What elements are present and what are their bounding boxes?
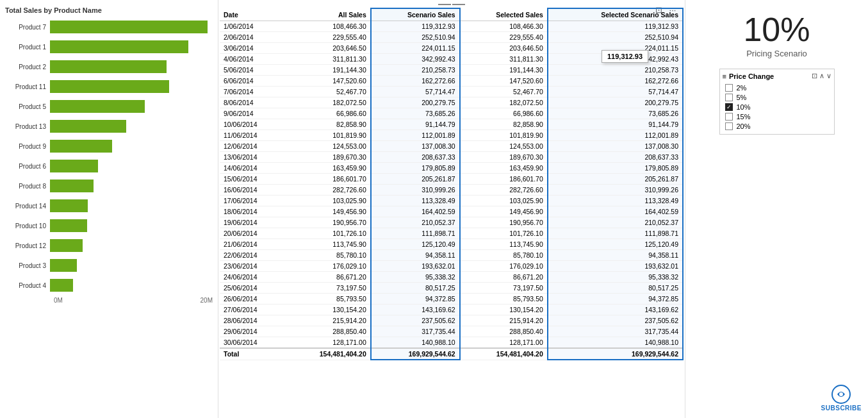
bar-track <box>50 21 213 33</box>
table-cell: 215,914.20 <box>460 315 548 326</box>
table-cell: 108,466.30 <box>460 21 548 32</box>
table-cell: 18/06/2014 <box>220 206 284 217</box>
slicer-icon-group: ⊡ ∧ ∨ <box>812 72 831 80</box>
bar-label: Product 2 <box>5 63 50 71</box>
bar-row: Product 9 <box>5 137 213 155</box>
slicer-checkbox[interactable] <box>725 84 733 92</box>
table-cell: 140,988.10 <box>371 337 460 349</box>
table-cell: 342,992.43 <box>548 54 683 65</box>
table-cell: 91,144.79 <box>548 119 683 130</box>
table-cell: 200,279.75 <box>371 97 460 108</box>
slicer-item[interactable]: 15% <box>725 113 829 121</box>
table-cell: 30/06/2014 <box>220 337 284 349</box>
table-cell: 111,898.71 <box>371 228 460 239</box>
table-row: 21/06/2014113,745.90125,120.49113,745.90… <box>220 239 683 250</box>
bar-track <box>50 160 213 172</box>
table-cell: 186,601.70 <box>284 174 371 185</box>
table-cell: 205,261.87 <box>371 174 460 185</box>
table-cell: 124,553.00 <box>284 141 371 152</box>
slicer-checkbox[interactable] <box>725 103 733 111</box>
table-row: 5/06/2014191,144.30210,258.73191,144.302… <box>220 65 683 76</box>
table-cell: 147,520.60 <box>284 76 371 87</box>
table-cell: 203,646.50 <box>284 43 371 54</box>
table-cell: 94,372.85 <box>371 294 460 305</box>
slicer-item-label: 2% <box>737 84 747 92</box>
table-cell: 164,402.59 <box>371 206 460 217</box>
table-cell: 113,745.90 <box>284 239 371 250</box>
slicer-item[interactable]: 5% <box>725 94 829 101</box>
table-cell: 182,072.50 <box>460 97 548 108</box>
table-cell: 24/06/2014 <box>220 272 284 283</box>
slicer-chevron-up-icon[interactable]: ∧ <box>819 72 824 80</box>
table-cell: 229,555.40 <box>460 32 548 43</box>
table-row: 7/06/201452,467.7057,714.4752,467.7057,7… <box>220 87 683 97</box>
table-cell: 108,466.30 <box>284 21 371 32</box>
table-cell: 94,358.11 <box>548 250 683 261</box>
table-cell: 210,052.37 <box>548 217 683 228</box>
table-row: 11/06/2014101,819.90112,001.89101,819.90… <box>220 130 683 141</box>
table-cell: 112,001.89 <box>371 130 460 141</box>
bar-label: Product 12 <box>5 242 50 249</box>
slicer-item[interactable]: 2% <box>725 84 829 92</box>
table-cell: 179,805.89 <box>371 163 460 174</box>
table-cell: 27/06/2014 <box>220 305 284 315</box>
table-cell: 1/06/2014 <box>220 21 284 32</box>
slicer-checkbox[interactable] <box>725 113 733 121</box>
bar-fill <box>50 160 98 172</box>
table-cell: 229,555.40 <box>284 32 371 43</box>
table-cell: 317,735.44 <box>371 326 460 337</box>
table-cell: 189,670.30 <box>284 152 371 163</box>
table-cell: 137,008.30 <box>548 141 683 152</box>
subscribe-icon[interactable] <box>831 384 851 405</box>
svg-point-1 <box>839 392 843 396</box>
slicer-item[interactable]: 10% <box>725 103 829 111</box>
table-cell: 113,328.49 <box>548 196 683 206</box>
table-footer-cell: 154,481,404.20 <box>284 348 371 360</box>
table-cell: 8/06/2014 <box>220 97 284 108</box>
table-scroll[interactable]: Date All Sales Scenario Sales Selected S… <box>220 8 684 360</box>
slicer-checkbox[interactable] <box>725 122 733 130</box>
bar-fill <box>50 180 94 192</box>
table-row: 10/06/201482,858.9091,144.7982,858.9091,… <box>220 119 683 130</box>
table-cell: 147,520.60 <box>460 76 548 87</box>
drag-handle[interactable] <box>438 4 465 5</box>
bar-label: Product 7 <box>5 24 50 31</box>
table-cell: 130,154.20 <box>284 305 371 315</box>
table-row: 9/06/201466,986.6073,685.2666,986.6073,6… <box>220 108 683 119</box>
bar-track <box>50 60 213 73</box>
table-cell: 66,986.60 <box>284 108 371 119</box>
table-row: 24/06/201486,671.2095,338.3286,671.2095,… <box>220 272 683 283</box>
bar-label: Product 1 <box>5 44 50 51</box>
table-cell: 101,726.10 <box>460 228 548 239</box>
table-row: 19/06/2014190,956.70210,052.37190,956.70… <box>220 217 683 228</box>
table-cell: 149,456.90 <box>284 206 371 217</box>
col-selected-sales: Selected Sales <box>460 8 548 21</box>
bar-fill <box>50 199 88 212</box>
bar-label: Product 10 <box>5 222 50 230</box>
table-cell: 7/06/2014 <box>220 87 284 97</box>
slicer-item-label: 10% <box>737 103 751 111</box>
table-cell: 119,312.93 <box>548 21 683 32</box>
table-cell: 210,258.73 <box>548 65 683 76</box>
slicer-items: 2%5%10%15%20% <box>723 83 831 131</box>
table-cell: 21/06/2014 <box>220 239 284 250</box>
bar-label: Product 3 <box>5 262 50 269</box>
table-cell: 80,517.25 <box>371 283 460 294</box>
table-cell: 66,986.60 <box>460 108 548 119</box>
bar-row: Product 4 <box>5 276 213 294</box>
slicer-item[interactable]: 20% <box>725 122 829 130</box>
table-row: 30/06/2014128,171.00140,988.10128,171.00… <box>220 337 683 349</box>
table-cell: 210,258.73 <box>371 65 460 76</box>
bar-track <box>50 140 213 153</box>
table-cell: 252,510.94 <box>548 32 683 43</box>
table-footer-cell: 154,481,404.20 <box>460 348 548 360</box>
table-cell: 125,120.49 <box>371 239 460 250</box>
slicer-expand-icon[interactable]: ⊡ <box>812 72 817 80</box>
table-footer-cell: Total <box>220 348 284 360</box>
slicer-item-label: 20% <box>737 122 751 130</box>
table-cell: 3/06/2014 <box>220 43 284 54</box>
subscribe-label[interactable]: SUBSCRIBE <box>821 405 862 412</box>
slicer-checkbox[interactable] <box>725 94 733 101</box>
slicer-chevron-down-icon[interactable]: ∨ <box>826 72 831 80</box>
bar-row: Product 10 <box>5 217 213 235</box>
